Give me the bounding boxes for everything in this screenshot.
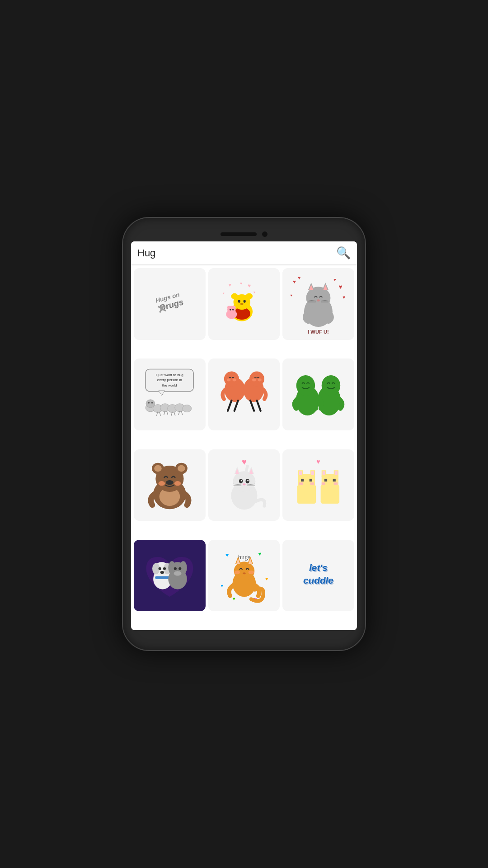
svg-point-53 [148,402,150,404]
svg-rect-121 [335,472,338,475]
svg-text:♥: ♥ [248,283,251,289]
svg-text:let's: let's [310,563,328,574]
svg-text:I WUF U!: I WUF U! [308,329,329,335]
svg-text:hugs: hugs [238,553,250,561]
svg-point-72 [258,378,261,381]
svg-line-67 [228,401,231,411]
phone-frame: 🔍 Hugs on Drugs ✕ [122,217,366,651]
hugs-on-drugs-art: Hugs on Drugs ✕ [144,277,196,329]
svg-line-74 [257,401,260,411]
svg-rect-113 [310,479,312,481]
svg-point-54 [151,402,153,404]
svg-text:♥: ♥ [333,278,336,282]
svg-rect-133 [155,576,170,579]
svg-point-52 [146,400,155,408]
svg-point-29 [306,287,331,309]
sticker-item-1[interactable]: Hugs on Drugs ✕ [134,268,206,340]
svg-point-98 [240,480,242,481]
speaker [221,232,257,236]
sticker-item-8[interactable]: ♥ [208,449,280,521]
svg-text:♥: ♥ [291,293,293,297]
svg-point-65 [227,378,230,381]
svg-rect-110 [299,472,302,475]
sticker-item-6[interactable] [282,359,354,430]
svg-point-141 [174,571,182,576]
svg-text:♥: ♥ [339,283,343,290]
sticker-grid: Hugs on Drugs ✕ ♥ ♥ ♥ ♥ ♥ [131,265,357,630]
dogs-heart-art [139,545,200,606]
svg-text:every person in: every person in [157,378,182,382]
hug-world-sticker: I just want to hug every person in the w… [134,359,206,430]
svg-text:♥: ♥ [258,551,261,556]
svg-point-15 [240,303,244,305]
svg-text:♥: ♥ [228,283,231,288]
svg-line-68 [234,401,238,411]
svg-point-130 [158,567,161,570]
svg-text:the world: the world [162,383,177,387]
phone-top-bar [131,231,357,237]
sticker-item-5[interactable] [208,359,280,430]
svg-point-78 [322,375,340,396]
svg-rect-122 [324,479,327,481]
svg-point-91 [233,472,255,492]
search-button[interactable]: 🔍 [336,246,351,260]
svg-point-20 [230,309,231,310]
svg-text:♥: ♥ [293,279,296,284]
svg-line-73 [250,401,253,411]
sticker-item-2[interactable]: ♥ ♥ ♥ ♥ ♥ [208,268,280,340]
svg-point-132 [160,571,164,574]
svg-rect-111 [311,472,314,475]
phone-screen: 🔍 Hugs on Drugs ✕ [131,241,357,630]
svg-point-155 [234,571,239,574]
sticker-item-11[interactable]: ♥ ♥ ♥ ♥ ♥ ♥ hugs [208,540,280,612]
svg-rect-114 [299,483,303,485]
search-input[interactable] [137,247,336,259]
search-icon: 🔍 [336,246,351,259]
sticker-item-4[interactable]: I just want to hug every person in the w… [134,359,206,430]
svg-point-156 [248,571,253,574]
svg-point-84 [154,465,162,472]
svg-line-56 [159,412,160,416]
svg-point-87 [158,481,165,486]
white-cat-heart-art: ♥ [214,454,275,515]
svg-point-100 [243,484,245,486]
svg-text:♥: ♥ [316,458,320,465]
svg-point-34 [317,299,320,301]
pooh-art: ♥ ♥ ♥ ♥ ♥ [217,279,263,325]
sticker-item-10[interactable] [134,540,206,612]
svg-point-21 [232,309,234,310]
sticker-item-7[interactable] [134,449,206,521]
svg-point-85 [178,465,185,472]
sticker-item-9[interactable]: ♥ [282,449,354,521]
wuf-u-cat-art: ♥ ♥ ♥ ♥ ♥ ♥ [288,274,349,335]
svg-line-62 [181,411,183,415]
svg-point-138 [174,567,177,570]
svg-point-66 [232,378,236,381]
svg-point-18 [227,306,231,309]
svg-text:♥: ♥ [223,292,225,295]
front-camera [262,231,267,237]
caterpillar-comic: I just want to hug every person in the w… [142,367,197,422]
svg-point-11 [231,293,238,299]
sticker-item-12[interactable]: let's cuddle let's cuddle [282,540,354,612]
sticker-item-3[interactable]: ♥ ♥ ♥ ♥ ♥ ♥ [282,268,354,340]
svg-point-131 [163,567,166,570]
svg-rect-124 [322,483,325,485]
peach-figures-art [214,364,275,425]
svg-point-157 [243,572,245,574]
pixel-cats-art: ♥ [288,454,349,515]
svg-point-64 [224,372,239,387]
svg-rect-120 [323,472,325,475]
svg-rect-125 [334,483,338,485]
svg-point-88 [174,481,181,486]
svg-point-51 [183,405,192,412]
svg-text:♥: ♥ [241,457,246,467]
lets-cuddle-art: let's cuddle let's cuddle [288,545,349,606]
svg-text:♥: ♥ [240,281,242,286]
svg-text:♥: ♥ [232,596,235,601]
teddy-bear-art [139,454,200,515]
search-bar: 🔍 [131,241,357,265]
svg-line-60 [174,412,175,416]
svg-point-19 [232,306,236,309]
svg-point-76 [296,375,315,396]
